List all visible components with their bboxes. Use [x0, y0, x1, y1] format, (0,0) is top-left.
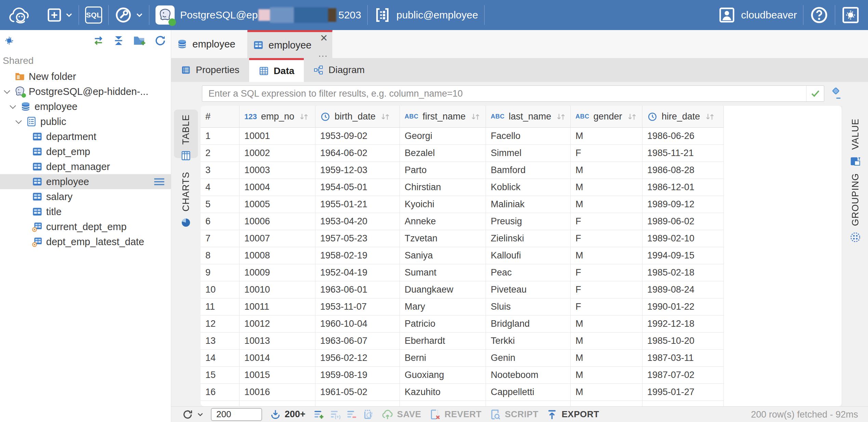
- table-cell[interactable]: Guoxiang: [400, 367, 486, 384]
- table-cell[interactable]: 1986-12-01: [642, 179, 724, 196]
- refresh-results-button[interactable]: [181, 408, 203, 421]
- tree-item-postgresql-ep-hidden[interactable]: PostgreSQL@ep-hidden-...: [0, 84, 171, 99]
- connection-selector[interactable]: PostgreSQL@ep5203: [149, 0, 367, 30]
- presentation-tab-table[interactable]: TABLE: [174, 110, 198, 158]
- table-cell[interactable]: Bamford: [486, 162, 571, 179]
- column-header-emp_no[interactable]: 123emp_no: [240, 106, 315, 128]
- table-cell[interactable]: 10010: [240, 281, 315, 298]
- tab-menu-icon[interactable]: ...: [318, 49, 328, 58]
- row-number-cell[interactable]: 14: [201, 350, 240, 367]
- tab-employee-table[interactable]: employee ✕ ...: [247, 30, 333, 58]
- link-with-editor-button[interactable]: [92, 34, 105, 47]
- table-cell[interactable]: Sumant: [400, 264, 486, 281]
- table-cell[interactable]: F: [571, 230, 642, 247]
- column-header-hire_date[interactable]: hire_date: [642, 106, 724, 128]
- column-header-birth_date[interactable]: birth_date: [315, 106, 400, 128]
- table-cell[interactable]: 1986-06-26: [642, 128, 724, 145]
- table-cell[interactable]: 10008: [240, 247, 315, 264]
- sort-arrows-icon[interactable]: [626, 112, 637, 122]
- save-button[interactable]: SAVE: [381, 408, 421, 421]
- connection-wizard-button[interactable]: [109, 0, 149, 30]
- table-cell[interactable]: [642, 401, 724, 406]
- table-cell[interactable]: Koblick: [486, 179, 571, 196]
- row-number-cell[interactable]: 1: [201, 128, 240, 145]
- cloudbeaver-logo[interactable]: [0, 0, 40, 30]
- table-cell[interactable]: 1986-08-28: [642, 162, 724, 179]
- table-cell[interactable]: 1953-09-02: [315, 128, 400, 145]
- table-cell[interactable]: 10006: [240, 213, 315, 230]
- row-number-cell[interactable]: 6: [201, 213, 240, 230]
- table-cell[interactable]: M: [571, 367, 642, 384]
- table-cell[interactable]: Kazuhito: [400, 384, 486, 401]
- table-cell[interactable]: 10014: [240, 350, 315, 367]
- table-cell[interactable]: [486, 401, 571, 406]
- row-number-cell[interactable]: 2: [201, 145, 240, 162]
- table-cell[interactable]: 10011: [240, 298, 315, 315]
- help-button[interactable]: [803, 0, 835, 30]
- row-number-cell[interactable]: [201, 401, 240, 406]
- table-cell[interactable]: M: [571, 350, 642, 367]
- table-cell[interactable]: M: [571, 162, 642, 179]
- table-cell[interactable]: M: [571, 384, 642, 401]
- table-cell[interactable]: M: [571, 179, 642, 196]
- table-cell[interactable]: Mary: [400, 298, 486, 315]
- script-button[interactable]: SCRIPT: [489, 408, 538, 421]
- table-cell[interactable]: F: [571, 264, 642, 281]
- tree-item-dept-emp[interactable]: dept_emp: [0, 144, 171, 159]
- close-icon[interactable]: ✕: [320, 33, 328, 43]
- sort-arrows-icon[interactable]: [555, 112, 566, 122]
- table-cell[interactable]: Genin: [486, 350, 571, 367]
- table-cell[interactable]: F: [571, 298, 642, 315]
- row-number-cell[interactable]: 3: [201, 162, 240, 179]
- table-cell[interactable]: Anneke: [400, 213, 486, 230]
- table-cell[interactable]: 1989-09-12: [642, 196, 724, 213]
- table-cell[interactable]: 1961-05-02: [315, 384, 400, 401]
- table-cell[interactable]: 1958-02-19: [315, 247, 400, 264]
- table-cell[interactable]: 10009: [240, 264, 315, 281]
- table-cell[interactable]: Patricio: [400, 315, 486, 333]
- table-cell[interactable]: 10005: [240, 196, 315, 213]
- add-row-button[interactable]: [313, 409, 325, 420]
- table-cell[interactable]: Bezalel: [400, 145, 486, 162]
- row-number-cell[interactable]: 5: [201, 196, 240, 213]
- tree-item-current-dept-emp[interactable]: current_dept_emp: [0, 219, 171, 234]
- row-number-cell[interactable]: 12: [201, 315, 240, 333]
- table-cell[interactable]: M: [571, 333, 642, 350]
- table-cell[interactable]: Sluis: [486, 298, 571, 315]
- expand-chevron-icon[interactable]: [14, 119, 26, 124]
- table-cell[interactable]: 1985-11-21: [642, 145, 724, 162]
- table-cell[interactable]: Zielinski: [486, 230, 571, 247]
- table-cell[interactable]: 10001: [240, 128, 315, 145]
- table-cell[interactable]: 1953-04-20: [315, 213, 400, 230]
- table-cell[interactable]: 1963-06-07: [315, 333, 400, 350]
- tab-diagram[interactable]: Diagram: [304, 58, 374, 82]
- table-cell[interactable]: Berni: [400, 350, 486, 367]
- refresh-tree-button[interactable]: [154, 34, 167, 47]
- row-number-cell[interactable]: 15: [201, 367, 240, 384]
- column-header-first_name[interactable]: ABCfirst_name: [400, 106, 486, 128]
- duplicate-row-button[interactable]: (+): [329, 409, 341, 420]
- table-cell[interactable]: M: [571, 247, 642, 264]
- row-limit-input[interactable]: [211, 408, 262, 421]
- table-cell[interactable]: 1953-11-07: [315, 298, 400, 315]
- refresh-document-button[interactable]: [362, 409, 374, 420]
- tree-item-salary[interactable]: salary: [0, 189, 171, 204]
- expand-chevron-icon[interactable]: [3, 89, 14, 94]
- table-cell[interactable]: 1964-06-02: [315, 145, 400, 162]
- table-cell[interactable]: Terkki: [486, 333, 571, 350]
- table-cell[interactable]: Bridgland: [486, 315, 571, 333]
- table-cell[interactable]: 10016: [240, 384, 315, 401]
- sort-arrows-icon[interactable]: [298, 112, 309, 122]
- table-cell[interactable]: Kalloufi: [486, 247, 571, 264]
- tab-properties[interactable]: Properties: [171, 58, 249, 82]
- tree-item-dept-emp-latest-date[interactable]: dept_emp_latest_date: [0, 234, 171, 249]
- table-cell[interactable]: 10015: [240, 367, 315, 384]
- sort-arrows-icon[interactable]: [704, 112, 715, 122]
- row-number-cell[interactable]: 16: [201, 384, 240, 401]
- settings-button[interactable]: [835, 0, 866, 30]
- table-cell[interactable]: Preusig: [486, 213, 571, 230]
- sidebar-settings-button[interactable]: [3, 34, 16, 47]
- user-menu-button[interactable]: cloudbeaver: [712, 0, 803, 30]
- table-cell[interactable]: 10007: [240, 230, 315, 247]
- row-number-cell[interactable]: 9: [201, 264, 240, 281]
